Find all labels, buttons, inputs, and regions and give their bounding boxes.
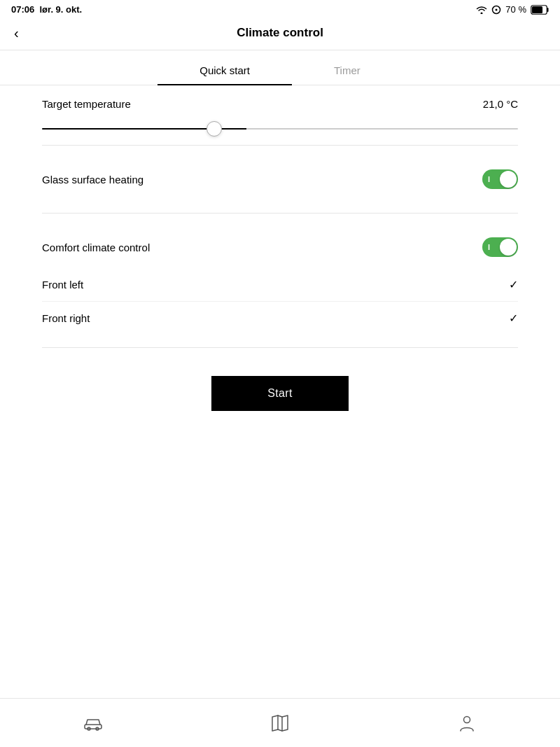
tabs: Quick start Timer — [0, 50, 560, 85]
temp-value: 21,0 °C — [483, 98, 518, 110]
person-icon — [457, 713, 477, 733]
seat-front-left-label: Front left — [42, 279, 83, 291]
status-icons: 70 % — [476, 4, 549, 15]
tab-quick-start[interactable]: Quick start — [158, 59, 292, 85]
temp-row: Target temperature 21,0 °C — [42, 98, 518, 110]
temperature-slider[interactable] — [42, 128, 518, 130]
page-title: Climate control — [237, 26, 323, 40]
bottom-nav — [0, 698, 560, 747]
toggle-thumb — [500, 171, 517, 188]
svg-rect-3 — [547, 8, 549, 12]
front-left-check-icon: ✓ — [509, 278, 518, 291]
svg-marker-8 — [272, 715, 288, 731]
comfort-climate-section: Comfort climate control I Front left ✓ F… — [42, 214, 518, 348]
map-icon — [270, 713, 290, 733]
start-section: Start — [42, 348, 518, 439]
toggle-thumb-2 — [500, 239, 517, 256]
location-icon — [491, 5, 501, 15]
glass-surface-toggle[interactable]: I — [482, 169, 518, 189]
glass-surface-row: Glass surface heating I — [42, 158, 518, 200]
nav-item-map[interactable] — [249, 708, 311, 739]
svg-rect-4 — [532, 6, 542, 13]
header: ‹ Climate control — [0, 19, 560, 50]
target-temperature-section: Target temperature 21,0 °C — [42, 85, 518, 146]
svg-point-11 — [463, 716, 470, 722]
nav-item-person[interactable] — [436, 708, 498, 739]
back-button[interactable]: ‹ — [14, 25, 19, 41]
temp-label: Target temperature — [42, 98, 131, 110]
battery-indicator: 70 % — [505, 4, 526, 15]
battery-icon — [531, 5, 549, 15]
comfort-climate-label: Comfort climate control — [42, 242, 150, 253]
temperature-slider-container — [42, 120, 518, 132]
svg-point-1 — [496, 8, 498, 11]
start-button[interactable]: Start — [211, 376, 348, 411]
tab-timer[interactable]: Timer — [292, 59, 402, 85]
glass-surface-section: Glass surface heating I — [42, 146, 518, 214]
seat-front-right-row[interactable]: Front right ✓ — [42, 302, 518, 335]
status-time-date: 07:06 lør. 9. okt. — [11, 4, 82, 15]
wifi-icon — [476, 6, 487, 14]
car-icon — [83, 713, 103, 733]
nav-item-car[interactable] — [62, 708, 124, 739]
status-bar: 07:06 lør. 9. okt. 70 % — [0, 0, 560, 19]
glass-surface-label: Glass surface heating — [42, 174, 144, 186]
comfort-climate-toggle[interactable]: I — [482, 237, 518, 257]
seat-front-right-label: Front right — [42, 312, 90, 324]
seat-front-left-row[interactable]: Front left ✓ — [42, 268, 518, 302]
front-right-check-icon: ✓ — [509, 312, 518, 325]
content: Target temperature 21,0 °C Glass surface… — [0, 85, 560, 439]
comfort-climate-row: Comfort climate control I — [42, 226, 518, 268]
